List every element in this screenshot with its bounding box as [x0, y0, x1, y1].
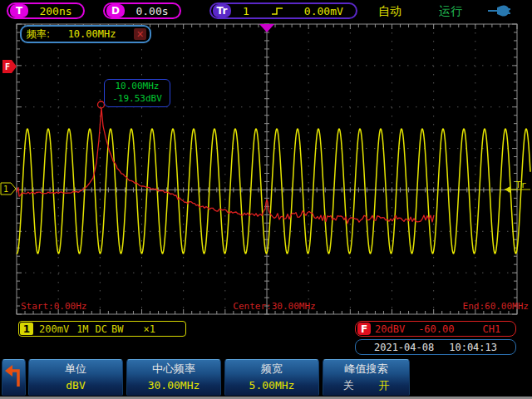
ch1-sine-trace	[17, 129, 530, 254]
svg-text:F: F	[5, 62, 10, 71]
frequency-value: 10.00MHz	[50, 28, 134, 40]
fft-label: F	[357, 323, 371, 335]
peak-measurement-popup: 10.00MHz -19.53dBV	[104, 79, 170, 107]
peak-frequency: 10.00MHz	[105, 80, 170, 92]
fft-status-badge: F 20dBV -60.00 CH1	[355, 321, 516, 337]
channel1-number: 1	[20, 323, 33, 335]
menu-center-frequency-button[interactable]: 中心频率 30.00MHz	[126, 359, 221, 396]
menu-span-value: 5.00MHz	[225, 377, 318, 394]
softkey-menu-bar: 单位 dBV 中心频率 30.00MHz 频宽 5.00MHz 峰值搜索 关 开	[0, 358, 532, 397]
back-button[interactable]	[2, 359, 26, 396]
fft-offset: -60.00	[418, 323, 454, 335]
trigger-level-marker	[505, 186, 510, 193]
datetime-badge: 2021-04-08 10:04:13	[355, 339, 516, 355]
time-value: 10:04:13	[449, 342, 497, 353]
menu-peak-search-label: 峰值搜索	[323, 360, 409, 377]
axis-start-label: Start:0.00Hz	[21, 301, 86, 312]
channel1-coupling: DC	[96, 323, 107, 335]
menu-center-frequency-value: 30.00MHz	[127, 377, 220, 394]
axis-center-label: Center:30.00MHz	[208, 301, 341, 312]
channel1-bandwidth: BW	[111, 323, 123, 335]
channel1-status-badge: 1 200mV 1M DC BW ×1	[18, 321, 186, 337]
menu-peak-search-on[interactable]: 开	[379, 379, 390, 392]
menu-span-button[interactable]: 频宽 5.00MHz	[224, 359, 319, 396]
channel1-impedance: 1M	[76, 323, 88, 335]
fft-scale: 20dBV	[375, 323, 405, 335]
frequency-readout: 频率: 10.00MHz ✕	[20, 25, 151, 43]
fft-source: CH1	[482, 323, 500, 335]
menu-peak-search-off[interactable]: 关	[342, 379, 353, 392]
menu-unit-value: dBV	[29, 377, 122, 394]
close-icon[interactable]: ✕	[134, 28, 146, 40]
peak-level: -19.53dBV	[105, 92, 170, 105]
channel1-scale: 200mV	[39, 323, 69, 335]
frequency-label: 频率:	[27, 27, 50, 42]
menu-unit-button[interactable]: 单位 dBV	[28, 359, 123, 396]
oscilloscope-screen: T 200ns D 0.00s Tr 1 0.00mV 自动 运行 F1Tr 频…	[0, 0, 532, 399]
channel1-probe-ratio: ×1	[143, 323, 155, 335]
trigger-position-marker	[259, 24, 274, 32]
axis-end-label: End:60.00MHz	[416, 301, 529, 312]
svg-text:Tr: Tr	[515, 180, 527, 190]
back-arrow-icon	[2, 360, 25, 395]
menu-peak-search-button[interactable]: 峰值搜索 关 开	[323, 359, 410, 396]
svg-text:1: 1	[3, 185, 8, 194]
menu-unit-label: 单位	[29, 360, 122, 377]
menu-span-label: 频宽	[225, 360, 318, 377]
menu-center-frequency-label: 中心频率	[127, 360, 220, 377]
date-value: 2021-04-08	[374, 342, 434, 353]
